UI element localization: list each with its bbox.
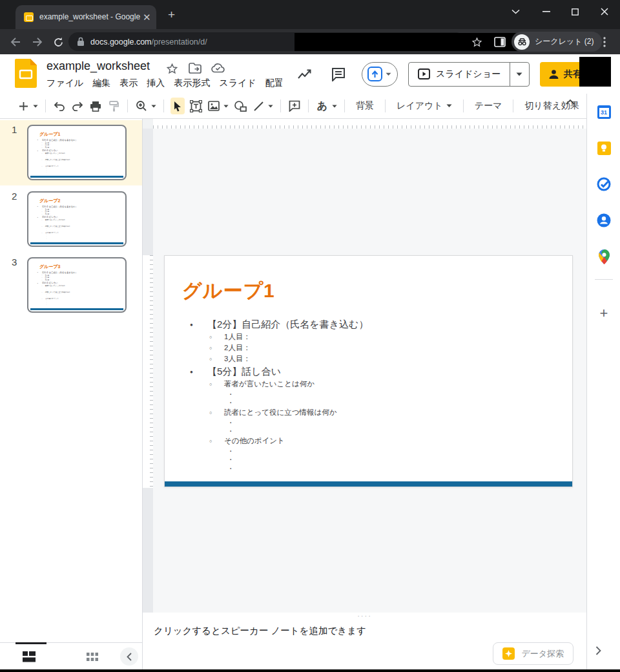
url-text: docs.google.com/presentation/d/ xyxy=(90,37,207,47)
slideshow-button[interactable]: スライドショー xyxy=(409,68,510,80)
notes-resize-handle[interactable]: ···· xyxy=(143,613,586,618)
star-document-icon[interactable] xyxy=(166,63,179,76)
tab-close-icon[interactable]: ✕ xyxy=(143,12,151,22)
reload-icon[interactable] xyxy=(50,34,66,50)
shape-button[interactable] xyxy=(233,98,247,114)
present-to-meeting-button[interactable] xyxy=(362,62,398,87)
document-title[interactable]: example_worksheet xyxy=(46,59,150,73)
undo-button[interactable] xyxy=(52,98,67,114)
select-tool-button[interactable] xyxy=(170,98,185,114)
slide-page[interactable]: グループ1 【2分】自己紹介（氏名を書き込む）1人目：2人目：3人目：【5分】話… xyxy=(164,255,573,487)
side-panel-icon[interactable] xyxy=(492,34,508,50)
side-panel-divider xyxy=(595,279,613,280)
insert-comment-button[interactable] xyxy=(287,98,302,114)
bookmark-star-icon[interactable] xyxy=(469,34,484,50)
share-person-icon xyxy=(548,69,559,79)
slide-thumbnail-card[interactable]: グループ1 【2分】自己紹介（氏名を書き込む）1人目：2人目：3人目：【5分】話… xyxy=(27,125,127,180)
forward-icon[interactable] xyxy=(30,34,45,50)
text-options-button[interactable]: あ xyxy=(315,98,329,114)
google-maps-icon[interactable] xyxy=(596,249,612,264)
explore-label: データ探索 xyxy=(521,648,564,660)
slide-title[interactable]: グループ1 xyxy=(182,278,275,304)
google-calendar-icon[interactable] xyxy=(596,104,612,120)
window-close-button[interactable] xyxy=(594,3,615,21)
theme-button[interactable]: テーマ xyxy=(468,100,509,112)
layout-button[interactable]: レイアウト xyxy=(390,100,459,112)
zoom-dropdown-icon[interactable] xyxy=(149,105,158,108)
slides-favicon-icon xyxy=(24,12,34,22)
mini-bullets: 【2分】自己紹介（氏名を書き込む）1人目：2人目：3人目：【5分】話し合い著者が… xyxy=(32,271,123,306)
ruler-corner xyxy=(143,119,153,129)
new-tab-button[interactable]: + xyxy=(168,8,175,22)
slide-thumbnail-card[interactable]: グループ3 【2分】自己紹介（氏名を書き込む）1人目：2人目：3人目：【5分】話… xyxy=(27,257,127,313)
menu-slide[interactable]: スライド xyxy=(214,76,260,91)
hide-side-panel-icon[interactable] xyxy=(595,646,601,655)
collapse-filmstrip-icon[interactable] xyxy=(120,647,138,666)
google-contacts-icon[interactable] xyxy=(596,213,612,228)
view-switcher-bar xyxy=(0,642,142,669)
slide-thumbnail-2[interactable]: 2 グループ2 【2分】自己紹介（氏名を書き込む）1人目：2人目：3人目：【5分… xyxy=(0,187,142,252)
line-dropdown-icon[interactable] xyxy=(266,105,275,108)
new-slide-dropdown-icon[interactable] xyxy=(31,105,40,108)
window-profile-chevron-icon[interactable] xyxy=(504,3,526,21)
speaker-notes-placeholder[interactable]: クリックするとスピーカー ノートを追加できます xyxy=(154,625,366,637)
redo-button[interactable] xyxy=(70,98,85,114)
new-slide-button[interactable] xyxy=(16,98,30,114)
browser-navbar: docs.google.com/presentation/d/ シークレット (… xyxy=(0,29,620,54)
slide-number: 2 xyxy=(12,191,17,202)
browser-tab[interactable]: example_worksheet - Google スラ ✕ xyxy=(16,5,156,29)
back-icon[interactable] xyxy=(8,34,23,50)
insert-image-button[interactable] xyxy=(207,98,221,114)
menu-view[interactable]: 表示 xyxy=(115,76,142,91)
menu-bar: ファイル編集表示挿入表示形式スライド配置 xyxy=(42,76,282,92)
transition-button[interactable]: 切り替え効果 xyxy=(518,100,586,112)
window-maximize-button[interactable] xyxy=(564,3,586,21)
menu-edit[interactable]: 編集 xyxy=(88,76,115,91)
grid-view-icon[interactable] xyxy=(85,649,99,664)
mini-bullets: 【2分】自己紹介（氏名を書き込む）1人目：2人目：3人目：【5分】話し合い著者が… xyxy=(32,205,123,240)
filmstrip-view-icon[interactable] xyxy=(22,649,36,664)
slides-toolbar: あ 背景 レイアウト テーマ 切り替え効果 xyxy=(0,94,586,119)
horizontal-ruler xyxy=(153,119,586,129)
speaker-notes-panel[interactable]: ···· クリックするとスピーカー ノートを追加できます データ探索 xyxy=(142,613,586,669)
background-button[interactable]: 背景 xyxy=(349,100,380,112)
text-box-button[interactable] xyxy=(189,98,203,114)
slideshow-play-icon xyxy=(418,68,430,79)
slideshow-split-button[interactable]: スライドショー xyxy=(408,62,530,87)
image-dropdown-icon[interactable] xyxy=(222,105,231,108)
slide-accent-bar xyxy=(165,481,572,487)
editing-canvas[interactable]: グループ1 【2分】自己紹介（氏名を書き込む）1人目：2人目：3人目：【5分】話… xyxy=(142,119,586,613)
google-tasks-icon[interactable] xyxy=(596,176,612,192)
menu-file[interactable]: ファイル xyxy=(42,76,88,91)
move-folder-icon[interactable] xyxy=(189,63,202,76)
window-bottom-edge xyxy=(0,669,620,672)
get-addons-icon[interactable]: + xyxy=(596,306,612,321)
toolbar-collapse-icon[interactable] xyxy=(566,99,575,105)
explore-button[interactable]: データ探索 xyxy=(493,642,574,665)
slide-thumbnail-1[interactable]: 1 グループ1 【2分】自己紹介（氏名を書き込む）1人目：2人目：3人目：【5分… xyxy=(0,120,142,185)
google-keep-icon[interactable] xyxy=(596,140,612,156)
slides-logo-icon[interactable] xyxy=(15,59,37,88)
paint-format-button[interactable] xyxy=(107,98,121,114)
menu-arrange[interactable]: 配置 xyxy=(261,76,282,91)
slide-thumbnail-card[interactable]: グループ2 【2分】自己紹介（氏名を書き込む）1人目：2人目：3人目：【5分】話… xyxy=(27,191,127,247)
address-bar[interactable]: docs.google.com/presentation/d/ xyxy=(68,32,465,51)
avatar[interactable] xyxy=(579,57,611,87)
activity-dashboard-icon[interactable] xyxy=(296,66,313,83)
menu-insert[interactable]: 挿入 xyxy=(142,76,169,91)
slide-thumbnail-3[interactable]: 3 グループ3 【2分】自己紹介（氏名を書き込む）1人目：2人目：3人目：【5分… xyxy=(0,253,142,318)
incognito-label: シークレット (2) xyxy=(535,36,594,47)
line-tool-button[interactable] xyxy=(251,98,265,114)
slide-bullets[interactable]: 【2分】自己紹介（氏名を書き込む）1人目：2人目：3人目：【5分】話し合い著者が… xyxy=(165,317,572,473)
zoom-button[interactable] xyxy=(134,98,149,114)
slideshow-dropdown[interactable] xyxy=(510,62,529,87)
text-options-dropdown-icon[interactable] xyxy=(330,105,339,108)
tab-title: example_worksheet - Google スラ xyxy=(39,12,141,23)
menu-format[interactable]: 表示形式 xyxy=(169,76,214,91)
comment-history-icon[interactable] xyxy=(330,66,347,83)
print-button[interactable] xyxy=(88,98,103,114)
cloud-saved-icon[interactable] xyxy=(211,63,224,76)
window-minimize-button[interactable] xyxy=(535,3,557,21)
incognito-badge[interactable]: シークレット (2) xyxy=(512,32,602,52)
browser-menu-icon[interactable] xyxy=(597,34,612,50)
